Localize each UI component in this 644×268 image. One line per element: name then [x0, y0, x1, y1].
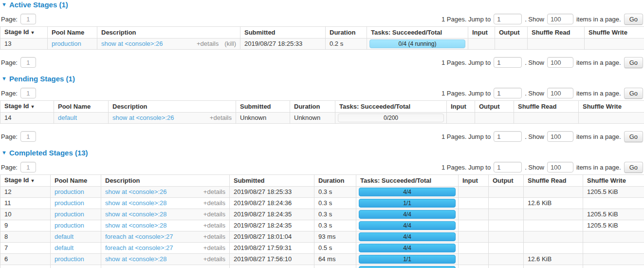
go-button[interactable]: Go: [624, 162, 643, 173]
column-header-label: Shuffle Read: [518, 103, 556, 110]
items-per-page-input[interactable]: [547, 131, 573, 142]
pool-name-link[interactable]: production: [55, 199, 84, 207]
column-header-input[interactable]: Input: [459, 175, 489, 187]
pool-name-link[interactable]: default: [55, 244, 74, 251]
details-toggle[interactable]: +details: [203, 244, 225, 252]
pool-name-link[interactable]: production: [52, 40, 81, 47]
column-header-description[interactable]: Description: [109, 101, 236, 113]
description-link[interactable]: show at <console>:26: [101, 40, 163, 48]
column-header-description[interactable]: Description: [97, 27, 240, 38]
details-toggle[interactable]: +details: [210, 114, 232, 122]
page-number-input[interactable]: [20, 162, 36, 172]
column-header-stage-id[interactable]: Stage Id▾: [0, 175, 51, 187]
jump-to-page-input[interactable]: [494, 57, 522, 68]
items-per-page-input[interactable]: [547, 57, 573, 68]
column-header-pool-name[interactable]: Pool Name: [48, 27, 97, 38]
column-header-input[interactable]: Input: [468, 27, 495, 38]
pending-stages-heading[interactable]: ▼Pending Stages (1): [1, 75, 644, 83]
column-header-submitted[interactable]: Submitted: [236, 101, 290, 113]
pool-name-link[interactable]: production: [55, 188, 84, 195]
shuffle-read-cell: [524, 265, 583, 268]
column-header-tasks-succeeded-total[interactable]: Tasks: Succeeded/Total: [367, 27, 468, 38]
description-link[interactable]: show at <console>:28: [105, 255, 166, 263]
description-link[interactable]: show at <console>:26: [112, 114, 174, 122]
go-button[interactable]: Go: [624, 131, 643, 142]
details-toggle[interactable]: +details: [203, 188, 225, 196]
description-link[interactable]: foreach at <console>:27: [105, 233, 173, 241]
pending-stages-pager-top: Page:1 Pages. Jump to. Showitems in a pa…: [1, 87, 643, 99]
column-header-duration[interactable]: Duration: [326, 27, 367, 38]
description-link[interactable]: show at <console>:28: [105, 211, 166, 218]
column-header-output[interactable]: Output: [475, 101, 514, 113]
column-header-label: Description: [112, 103, 147, 110]
output-cell: [489, 187, 524, 198]
column-header-tasks-succeeded-total[interactable]: Tasks: Succeeded/Total: [335, 101, 447, 113]
details-toggle[interactable]: +details: [203, 233, 225, 241]
input-cell: [459, 243, 489, 254]
input-cell: [459, 198, 489, 209]
page-number-input[interactable]: [20, 131, 36, 142]
jump-to-page-input[interactable]: [494, 88, 522, 98]
pool-name-link[interactable]: default: [58, 114, 77, 121]
go-button[interactable]: Go: [624, 57, 643, 68]
jump-to-page-input[interactable]: [494, 131, 522, 142]
column-header-duration[interactable]: Duration: [290, 101, 335, 113]
column-header-output[interactable]: Output: [495, 27, 528, 38]
go-button[interactable]: Go: [624, 88, 643, 99]
page-number-input[interactable]: [20, 88, 36, 98]
kill-link[interactable]: (kill): [224, 40, 236, 48]
description-link[interactable]: show at <console>:28: [105, 199, 166, 207]
column-header-tasks-succeeded-total[interactable]: Tasks: Succeeded/Total: [356, 175, 459, 187]
tasks-progress-bar: 1/1: [359, 199, 456, 208]
items-per-page-input[interactable]: [547, 88, 573, 98]
page-number-input[interactable]: [20, 57, 36, 68]
column-header-submitted[interactable]: Submitted: [240, 27, 326, 38]
column-header-label: Input: [472, 29, 488, 36]
column-header-shuffle-read[interactable]: Shuffle Read: [514, 101, 579, 113]
active-stages-heading[interactable]: ▼Active Stages (1): [1, 0, 644, 9]
column-header-submitted[interactable]: Submitted: [230, 175, 314, 187]
column-header-stage-id[interactable]: Stage Id▾: [0, 101, 54, 113]
column-header-shuffle-read[interactable]: Shuffle Read: [528, 27, 585, 38]
details-toggle[interactable]: +details: [203, 255, 225, 263]
pool-name-link[interactable]: production: [55, 222, 84, 229]
stage-row: 9productionshow at <console>:28+details2…: [0, 220, 644, 231]
details-toggle[interactable]: +details: [203, 222, 225, 230]
completed-stages-heading[interactable]: ▼Completed Stages (13): [1, 149, 644, 157]
column-header-shuffle-write[interactable]: Shuffle Write: [585, 27, 644, 38]
description-link[interactable]: show at <console>:28: [105, 222, 166, 230]
description-cell: show at <console>:28+details: [101, 198, 230, 209]
column-header-pool-name[interactable]: Pool Name: [51, 175, 101, 187]
pool-name-link[interactable]: production: [55, 255, 84, 263]
items-per-page-input[interactable]: [547, 162, 573, 172]
column-header-stage-id[interactable]: Stage Id▾: [0, 27, 48, 38]
column-header-label: Shuffle Write: [583, 103, 622, 110]
details-toggle[interactable]: +details: [203, 211, 225, 218]
details-toggle[interactable]: +details: [203, 199, 225, 207]
pool-name-link[interactable]: production: [55, 211, 84, 218]
column-header-output[interactable]: Output: [489, 175, 524, 187]
description-link[interactable]: show at <console>:26: [105, 188, 166, 196]
column-header-label: Submitted: [244, 29, 276, 36]
column-header-shuffle-write[interactable]: Shuffle Write: [579, 101, 644, 113]
jump-to-page-input[interactable]: [494, 14, 522, 24]
pool-name-link[interactable]: default: [55, 233, 74, 240]
column-header-duration[interactable]: Duration: [314, 175, 356, 187]
go-button[interactable]: Go: [624, 14, 643, 25]
description-link[interactable]: foreach at <console>:27: [105, 244, 173, 252]
details-toggle[interactable]: +details: [197, 40, 219, 48]
column-header-pool-name[interactable]: Pool Name: [54, 101, 109, 113]
column-header-label: Stage Id: [4, 102, 29, 110]
column-header-input[interactable]: Input: [447, 101, 475, 113]
pool-name-cell: production: [51, 198, 101, 209]
jump-to-page-input[interactable]: [494, 162, 522, 172]
column-header-shuffle-read[interactable]: Shuffle Read: [524, 175, 583, 187]
pool-name-cell: production: [51, 265, 101, 268]
column-header-shuffle-write[interactable]: Shuffle Write: [583, 175, 644, 187]
column-header-description[interactable]: Description: [101, 175, 230, 187]
shuffle-read-cell: [524, 231, 583, 243]
items-per-page-input[interactable]: [547, 14, 573, 24]
pool-name-cell: default: [54, 113, 109, 124]
show-label: . Show: [525, 164, 544, 171]
page-number-input[interactable]: [20, 14, 36, 24]
